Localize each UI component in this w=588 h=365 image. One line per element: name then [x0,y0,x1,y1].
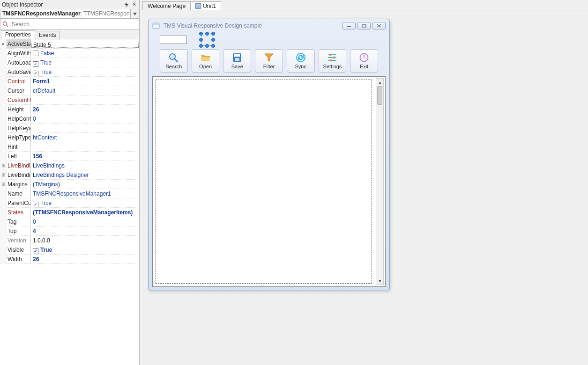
scroll-area[interactable] [156,80,372,284]
search-button[interactable]: Search [160,49,188,73]
property-value[interactable] [31,142,139,151]
property-row[interactable]: ActiveStateState 5 [0,39,139,49]
checkbox-icon[interactable]: ✓ [33,71,38,76]
property-row[interactable]: ⊞LiveBindingsLiveBindings [0,161,139,170]
sync-button[interactable]: Sync [287,49,315,73]
property-value[interactable]: State 5 [31,40,139,48]
tab-properties[interactable]: Properties [1,30,35,39]
responsive-manager-component[interactable] [201,34,213,46]
form-designer[interactable]: TMS Visual Responsive Design sample [140,10,588,365]
button-label: Filter [263,64,275,69]
property-value[interactable]: htContext [31,133,139,142]
doc-tab-welcome-page[interactable]: Welcome Page [142,1,191,10]
doc-tab-label: Unit1 [203,3,216,9]
property-row[interactable]: AutoLoadOnResize✓True [0,58,139,67]
doc-tab-unit1[interactable]: Unit1 [190,1,221,10]
property-value[interactable]: TMSFNCResponsiveManager1 [31,189,139,198]
svg-point-18 [330,59,333,62]
expand-icon[interactable]: ⊞ [0,161,7,170]
property-row[interactable]: Left156 [0,152,139,161]
open-button[interactable]: Open [192,49,220,73]
property-row[interactable]: NameTMSFNCResponsiveManager1 [0,189,139,198]
property-row[interactable]: ParentCustomHint✓True [0,198,139,208]
tab-events[interactable]: Events [35,31,60,40]
property-value[interactable]: LiveBindings Designer [31,170,139,179]
property-value[interactable]: ✓True [31,67,139,76]
property-value[interactable]: 0 [31,217,139,226]
property-value[interactable] [31,124,139,132]
expand-icon [0,86,7,95]
designer-nonvisual-slot[interactable] [160,36,187,44]
scroll-down-icon[interactable]: ▾ [376,277,383,285]
expand-icon[interactable]: ⊞ [0,180,7,189]
property-value[interactable]: 156 [31,152,139,161]
expand-icon [0,208,7,217]
property-value[interactable] [31,95,139,104]
expand-icon [0,39,7,48]
maximize-button[interactable] [357,22,371,29]
close-button[interactable] [372,22,386,29]
property-row[interactable]: HelpContext0 [0,114,139,124]
property-value[interactable]: 26 [31,255,139,263]
property-row[interactable]: Width26 [0,255,139,264]
property-value[interactable]: LiveBindings [31,161,139,170]
property-row[interactable]: Version1.0.0.0 [0,236,139,245]
property-row[interactable]: Height26 [0,105,139,114]
property-row[interactable]: Top4 [0,226,139,236]
property-value[interactable]: 4 [31,226,139,235]
property-row[interactable]: States(TTMSFNCResponsiveManagerItems) [0,208,139,217]
scroll-up-icon[interactable]: ▴ [376,79,383,86]
property-value[interactable]: ✓True [31,198,139,207]
property-row[interactable]: Tag0 [0,217,139,226]
scroll-thumb[interactable] [377,86,382,105]
expand-icon[interactable]: ⊞ [0,170,7,179]
pin-icon[interactable] [123,1,130,8]
settings-button[interactable]: Settings [319,49,347,73]
property-row[interactable]: ⊞LiveBindings DesignerLiveBindings Desig… [0,170,139,180]
property-value[interactable]: ✓True [31,58,139,67]
checkbox-icon[interactable]: ✓ [33,61,38,67]
property-value[interactable]: (TTMSFNCResponsiveManagerItems) [31,208,139,217]
checkbox-icon[interactable]: ✓ [33,202,38,207]
property-row[interactable]: AlignWithMarginsFalse [0,49,139,58]
expand-icon [0,217,7,226]
property-value[interactable]: False [31,49,139,58]
property-row[interactable]: ⊞Margins(TMargins) [0,180,139,189]
property-row[interactable]: ControlForm1 [0,77,139,86]
save-button[interactable]: Save [223,49,251,73]
component-dropdown[interactable] [130,9,139,18]
filter-button[interactable]: Filter [255,49,283,73]
property-value[interactable]: crDefault [31,86,139,95]
minimize-button[interactable] [342,22,356,29]
search-input[interactable] [11,21,137,28]
expand-icon [0,236,7,245]
property-row[interactable]: CursorcrDefault [0,86,139,95]
exit-button[interactable]: Exit [350,49,378,73]
property-row[interactable]: Visible✓True [0,245,139,255]
client-panel[interactable]: ▴ ▾ [152,76,386,287]
expand-icon [0,58,7,67]
property-value[interactable]: ✓True [31,245,139,254]
design-form-window: TMS Visual Responsive Design sample [148,19,390,291]
component-selector[interactable]: TMSFNCResponsiveManager1 TTMSFNCResponsi… [0,9,139,19]
property-value[interactable]: 26 [31,105,139,114]
property-row[interactable]: CustomHint [0,95,139,105]
search-row [0,19,139,30]
property-row[interactable]: Hint [0,142,139,152]
property-value[interactable]: Form1 [31,77,139,86]
property-value[interactable]: 1.0.0.0 [31,236,139,245]
property-value[interactable]: (TMargins) [31,180,139,189]
checkbox-icon[interactable]: ✓ [33,248,38,254]
search-icon [2,21,9,28]
property-grid[interactable]: ActiveStateState 5AlignWithMarginsFalseA… [0,39,139,365]
property-row[interactable]: AutoSave✓True [0,67,139,77]
close-icon[interactable]: ✕ [131,1,137,8]
property-value[interactable]: 0 [31,114,139,123]
property-row[interactable]: HelpTypehtContext [0,133,139,142]
form-titlebar[interactable]: TMS Visual Responsive Design sample [149,19,389,32]
checkbox-icon[interactable] [33,51,38,56]
button-label: Exit [360,64,368,69]
vertical-scrollbar[interactable]: ▴ ▾ [376,78,384,285]
svg-rect-10 [234,54,240,57]
property-row[interactable]: HelpKeyword [0,124,139,133]
